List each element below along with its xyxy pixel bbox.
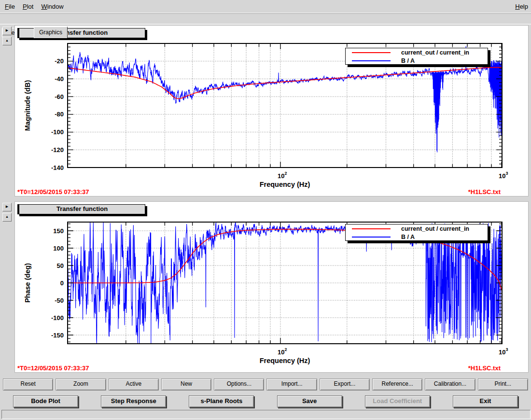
- svg-text:-50: -50: [55, 297, 64, 304]
- toolbar-row-2: Bode PlotStep Responses-Plane RootsSaveL…: [0, 394, 531, 408]
- svg-text:-140: -140: [51, 164, 64, 171]
- svg-text:-150: -150: [51, 332, 64, 339]
- svg-text:Frequency (Hz): Frequency (Hz): [260, 357, 310, 364]
- model-line-swatch: [352, 52, 391, 53]
- import-button[interactable]: Import...: [266, 378, 317, 391]
- content-top-edge: [0, 24, 531, 25]
- toolbar-row-1: ResetZoomActiveNewOptions...Import...Exp…: [0, 378, 531, 391]
- t0-annotation: *T0=12/05/2015 07:33:37: [17, 188, 89, 196]
- t0-annotation: *T0=12/05/2015 07:33:37: [17, 364, 89, 372]
- calibration-button[interactable]: Calibration...: [425, 378, 475, 391]
- arrow-up-button[interactable]: ▲: [2, 37, 12, 45]
- tab-graphics[interactable]: Graphics: [34, 27, 68, 38]
- tab-bar: DesignGraphics: [0, 13, 531, 24]
- svg-text:-20: -20: [55, 57, 64, 65]
- load-coefficient-button: Load Coefficient: [365, 395, 430, 407]
- legend-entry: B / A: [346, 233, 488, 241]
- menubar: FilePlotWindowHelp: [0, 0, 531, 13]
- legend: current_out / current_in B / A: [345, 224, 488, 241]
- measured-line-swatch: [352, 237, 391, 238]
- save-button[interactable]: Save: [277, 395, 342, 407]
- svg-text:0: 0: [60, 280, 64, 287]
- svg-text:103: 103: [499, 347, 508, 356]
- svg-text:-100: -100: [51, 314, 64, 322]
- svg-text:-100: -100: [51, 128, 64, 136]
- svg-text:150: 150: [53, 227, 64, 235]
- legend-entry: current_out / current_in: [346, 49, 488, 56]
- application-window: { "menubar": { "items": [{"label": "File…: [0, 0, 531, 420]
- s-plane-roots-button[interactable]: s-Plane Roots: [189, 395, 254, 407]
- file-annotation: *H1LSC.txt: [404, 188, 501, 196]
- menu-plot[interactable]: Plot: [20, 1, 36, 12]
- svg-text:103: 103: [499, 171, 508, 180]
- svg-text:50: 50: [57, 262, 64, 269]
- exit-button[interactable]: Exit: [453, 395, 518, 407]
- step-response-button[interactable]: Step Response: [101, 395, 166, 407]
- reset-button[interactable]: Reset: [3, 378, 53, 391]
- export-button[interactable]: Export...: [320, 378, 370, 391]
- legend-label: B / A: [401, 234, 415, 240]
- new-button[interactable]: New: [161, 378, 211, 391]
- svg-text:-120: -120: [51, 146, 64, 154]
- active-button[interactable]: Active: [109, 378, 159, 391]
- svg-text:-60: -60: [55, 93, 64, 100]
- bode-plot-button[interactable]: Bode Plot: [13, 395, 78, 407]
- legend-label: current_out / current_in: [401, 49, 469, 56]
- legend-entry: current_out / current_in: [346, 225, 488, 233]
- svg-text:Magnitude (dB): Magnitude (dB): [24, 80, 31, 131]
- status-bar: [1, 410, 531, 419]
- svg-text:-40: -40: [55, 75, 64, 83]
- svg-text:Phase (deg): Phase (deg): [24, 263, 31, 303]
- zoom-button[interactable]: Zoom: [56, 378, 106, 391]
- svg-text:100: 100: [53, 245, 64, 252]
- arrow-right-button[interactable]: ▶: [2, 203, 12, 211]
- arrow-right-button[interactable]: ▶: [2, 27, 12, 35]
- options-button[interactable]: Options...: [214, 378, 264, 391]
- menu-file[interactable]: File: [2, 1, 18, 12]
- print-button[interactable]: Print...: [478, 378, 528, 391]
- legend-label: current_out / current_in: [401, 225, 469, 232]
- svg-text:102: 102: [278, 171, 287, 180]
- menu-window[interactable]: Window: [38, 1, 66, 12]
- model-line-swatch: [352, 228, 391, 229]
- menu-help[interactable]: Help: [512, 1, 531, 12]
- reference-button[interactable]: Reference...: [372, 378, 422, 391]
- legend-label: B / A: [401, 57, 415, 64]
- plot-title: Transfer function: [17, 204, 145, 214]
- legend: current_out / current_in B / A: [345, 48, 488, 65]
- file-annotation: *H1LSC.txt: [404, 364, 501, 372]
- arrow-up-button[interactable]: ▲: [2, 213, 12, 222]
- measured-line-swatch: [352, 60, 391, 61]
- svg-text:102: 102: [278, 347, 287, 356]
- svg-text:Frequency (Hz): Frequency (Hz): [260, 181, 310, 188]
- svg-text:-80: -80: [55, 111, 64, 118]
- legend-entry: B / A: [346, 57, 488, 65]
